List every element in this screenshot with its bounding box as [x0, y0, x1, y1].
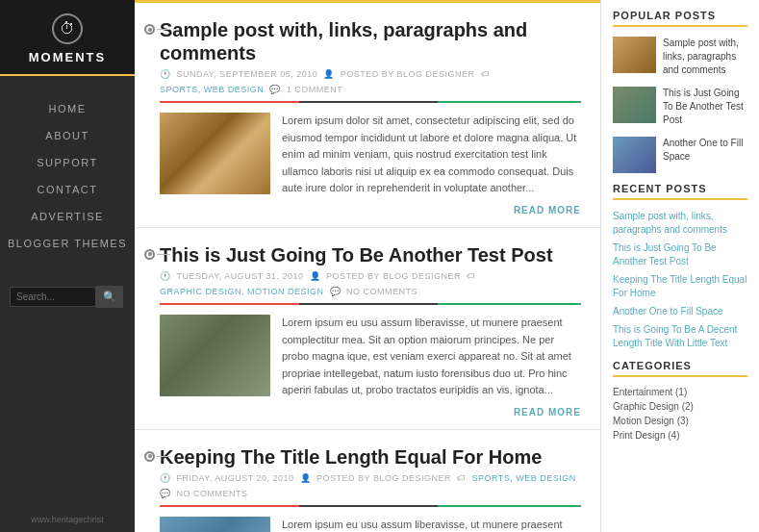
post-meta: 🕐 SUNDAY, SEPTEMBER 05, 2010 👤 POSTED BY… — [160, 69, 581, 94]
recent-posts-title: RECENT POSTS — [613, 183, 747, 200]
post-item: This is Just Going To Be Another Test Po… — [135, 228, 600, 430]
popular-post-thumbnail — [613, 137, 656, 173]
sidebar-item-advertise[interactable]: ADVERTISE — [0, 203, 135, 230]
meta-tag-icon: 🏷 — [457, 473, 467, 483]
post-comments: 1 COMMENT — [287, 85, 343, 94]
post-date: SUNDAY, SEPTEMBER 05, 2010 — [177, 69, 318, 79]
post-bullet — [144, 451, 170, 462]
popular-post-item: Sample post with, links, paragraphs and … — [613, 37, 747, 77]
read-more-button[interactable]: READ MORE — [282, 407, 581, 418]
meta-user-icon: 👤 — [300, 473, 312, 483]
sidebar-logo: ⏱ MOMENTS — [0, 0, 135, 76]
recent-post-link[interactable]: This is Just Going To Be Another Test Po… — [613, 241, 747, 268]
meta-comment-icon: 💬 — [160, 489, 171, 498]
meta-clock-icon: 🕐 — [160, 473, 171, 483]
post-excerpt: Lorem ipsum eu usu assum liberavisse, ut… — [282, 517, 581, 532]
sidebar-nav: HOMEABOUTSUPPORTCONTACTADVERTISEBLOGGER … — [0, 95, 135, 257]
recent-post-link[interactable]: Another One to Fill Space — [613, 305, 747, 318]
recent-posts-list: Sample post with, links, paragraphs and … — [613, 210, 747, 350]
post-date: TUESDAY, AUGUST 31, 2010 — [177, 271, 304, 281]
recent-post-link[interactable]: This is Going To Be A Decent Length Titl… — [613, 323, 747, 350]
post-line — [157, 456, 170, 457]
post-comments: NO COMMENTS — [346, 287, 417, 296]
post-divider — [160, 303, 581, 305]
post-comments: NO COMMENTS — [177, 489, 248, 498]
post-excerpt-wrap: Lorem ipsum eu usu assum liberavisse, ut… — [282, 517, 581, 532]
popular-post-item: Another One to Fill Space — [613, 137, 747, 173]
post-content: Lorem ipsum eu usu assum liberavisse, ut… — [160, 517, 581, 532]
post-divider — [160, 505, 581, 507]
meta-clock-icon: 🕐 — [160, 69, 171, 79]
post-meta: 🕐 TUESDAY, AUGUST 31, 2010 👤 POSTED BY B… — [160, 271, 581, 296]
post-date: FRIDAY, AUGUST 20, 2010 — [177, 473, 294, 483]
categories-list: Entertainment (1)Graphic Design (2)Motio… — [613, 387, 747, 441]
meta-user-icon: 👤 — [323, 69, 335, 79]
post-title: Sample post with, links, paragraphs and … — [160, 18, 581, 64]
meta-comment-icon: 💬 — [269, 85, 281, 94]
recent-post-link[interactable]: Keeping The Title Length Equal For Home — [613, 273, 747, 300]
sidebar-left: ⏱ MOMENTS HOMEABOUTSUPPORTCONTACTADVERTI… — [0, 0, 135, 532]
sidebar-bottom-text: www.heritagechrist — [23, 507, 112, 532]
post-tags: SPORTS, WEB DESIGN — [471, 473, 575, 483]
post-title: This is Just Going To Be Another Test Po… — [160, 243, 581, 266]
popular-post-title[interactable]: This is Just Going To Be Another Test Po… — [663, 87, 747, 127]
posts-inner: Sample post with, links, paragraphs and … — [135, 0, 600, 532]
meta-user-icon: 👤 — [310, 271, 321, 281]
sidebar-item-support[interactable]: SUPPORT — [0, 149, 135, 176]
post-tags: GRAPHIC DESIGN, MOTION DESIGN — [160, 287, 324, 296]
popular-post-thumbnail — [613, 37, 656, 73]
meta-clock-icon: 🕐 — [160, 271, 171, 281]
search-button[interactable]: 🔍 — [96, 286, 123, 308]
post-content: Lorem ipsum dolor sit amet, consectetur … — [160, 113, 581, 215]
popular-post-item: This is Just Going To Be Another Test Po… — [613, 87, 747, 127]
recent-post-link[interactable]: Sample post with, links, paragraphs and … — [613, 210, 747, 237]
popular-post-thumbnail — [613, 87, 656, 123]
post-excerpt: Lorem ipsum dolor sit amet, consectetur … — [282, 113, 581, 197]
post-excerpt-wrap: Lorem ipsum eu usu assum liberavisse, ut… — [282, 315, 581, 418]
category-item: Motion Design (3) — [613, 416, 747, 426]
post-thumbnail — [160, 517, 270, 532]
post-author: POSTED BY BLOG DESIGNER — [341, 69, 475, 79]
post-thumbnail — [160, 315, 270, 396]
post-thumbnail — [160, 113, 270, 194]
post-author: POSTED BY BLOG DESIGNER — [326, 271, 461, 281]
read-more-button[interactable]: READ MORE — [282, 205, 581, 215]
post-divider — [160, 101, 581, 103]
post-item: Sample post with, links, paragraphs and … — [135, 3, 600, 228]
popular-post-title[interactable]: Sample post with, links, paragraphs and … — [663, 37, 747, 77]
post-bullet — [144, 249, 170, 260]
category-item: Print Design (4) — [613, 430, 747, 441]
sidebar-item-contact[interactable]: CONTACT — [0, 176, 135, 203]
post-item: Keeping The Title Length Equal For Home🕐… — [135, 430, 600, 532]
post-title: Keeping The Title Length Equal For Home — [160, 445, 581, 469]
categories-title: CATEGORIES — [613, 360, 747, 377]
sidebar-right: POPULAR POSTS Sample post with, links, p… — [600, 0, 759, 532]
post-line — [157, 29, 170, 30]
post-content: Lorem ipsum eu usu assum liberavisse, ut… — [160, 315, 581, 418]
category-item: Graphic Design (2) — [613, 401, 747, 412]
meta-tag-icon: 🏷 — [481, 69, 491, 79]
post-author: POSTED BY BLOG DESIGNER — [316, 473, 451, 483]
posts-area: Sample post with, links, paragraphs and … — [135, 0, 600, 532]
meta-comment-icon: 💬 — [330, 287, 342, 296]
popular-posts-list: Sample post with, links, paragraphs and … — [613, 37, 747, 173]
search-input[interactable] — [10, 287, 96, 307]
post-tags: SPORTS, WEB DESIGN — [160, 85, 264, 94]
post-line — [157, 254, 170, 255]
sidebar-item-blogger-themes[interactable]: BLOGGER THEMES — [0, 230, 135, 257]
logo-text: MOMENTS — [29, 50, 106, 64]
popular-post-title[interactable]: Another One to Fill Space — [663, 137, 747, 164]
sidebar-search: 🔍 — [0, 276, 135, 317]
logo-icon: ⏱ — [52, 13, 83, 44]
sidebar-item-home[interactable]: HOME — [0, 95, 135, 122]
post-meta: 🕐 FRIDAY, AUGUST 20, 2010 👤 POSTED BY BL… — [160, 473, 581, 498]
sidebar-item-about[interactable]: ABOUT — [0, 122, 135, 149]
main-area: Sample post with, links, paragraphs and … — [135, 0, 759, 532]
post-excerpt-wrap: Lorem ipsum dolor sit amet, consectetur … — [282, 113, 581, 215]
meta-tag-icon: 🏷 — [467, 271, 476, 281]
post-excerpt: Lorem ipsum eu usu assum liberavisse, ut… — [282, 315, 581, 399]
category-item: Entertainment (1) — [613, 387, 747, 397]
popular-posts-title: POPULAR POSTS — [613, 10, 747, 27]
post-bullet — [144, 24, 170, 35]
